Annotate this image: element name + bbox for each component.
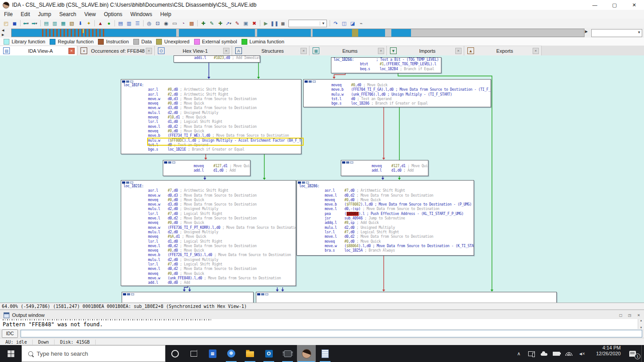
undefine-button[interactable]: ✎ — [233, 19, 242, 27]
tab-hex-view-1[interactable]: OHex View-1✕ — [155, 46, 232, 55]
taskbar-search[interactable]: Type here to search — [21, 345, 165, 362]
taskbar-app-notepad[interactable] — [316, 345, 335, 362]
idc-button[interactable]: IDC — [2, 329, 18, 338]
cancel-button[interactable]: ✖ — [250, 19, 258, 27]
script-snippet-button[interactable]: ⌁ — [357, 19, 365, 27]
tab-occurrences-of-ffe848[interactable]: ◖Occurrences of: FFE848✕ — [77, 46, 155, 55]
lumina-button[interactable]: ● — [105, 19, 113, 27]
graph-node-loc_1B21E[interactable]: loc_1B21E:asr.l#7,d0 ; Arithmetic Shift … — [121, 180, 296, 286]
menu-file[interactable]: File — [0, 10, 17, 18]
graph-node-block-ti-f-ga[interactable]: moveq#0,d0 ; Move Quickmove.b(FFE704_TI_… — [303, 79, 491, 107]
watch-add-button[interactable]: ◪ — [348, 19, 357, 27]
taskbar-app-calculator[interactable]: ▦ — [203, 345, 222, 362]
menu-view[interactable]: View — [80, 10, 100, 18]
graph-node-loc_1B266[interactable]: loc_1B266:; Test a Bit - (TOG_TEMP_LEVEL… — [331, 57, 441, 73]
taskbar-app-task-view[interactable] — [184, 345, 203, 362]
func-create-button[interactable]: ✚ — [199, 19, 208, 27]
graph-node-loc_1B286[interactable]: loc_1B286:asr.l#7,d0 ; Arithmetic Shift … — [297, 180, 474, 256]
output-scrollbar[interactable]: ▲▼ — [638, 319, 644, 329]
taskbar-app-cortana[interactable] — [165, 345, 184, 362]
minimize-button[interactable]: — — [585, 0, 605, 10]
tab-exports[interactable]: ▲Exports✕ — [464, 46, 542, 55]
idc-input[interactable] — [21, 330, 642, 337]
step-over-button[interactable]: ↷ — [331, 19, 340, 27]
tray-wifi[interactable] — [563, 345, 575, 362]
action-center-button[interactable]: 1 — [623, 345, 641, 362]
show-desktop-button[interactable] — [641, 345, 644, 362]
graph-node-partial-bottom-left[interactable] — [122, 292, 254, 303]
tab-close-icon[interactable]: ✕ — [146, 48, 152, 54]
save-button[interactable]: ◼ — [10, 19, 19, 27]
graph-node-partial-top[interactable]: addi.l#1023,d0 ; Add Immediate — [174, 55, 260, 63]
snapshot-button[interactable]: ▣ — [242, 19, 250, 27]
tray-tray-expand[interactable]: ∧ — [513, 345, 525, 362]
zoom-button[interactable]: ◎ — [145, 19, 153, 27]
print-button[interactable]: ▭ — [170, 19, 179, 27]
taskbar-app-eprom-chip[interactable] — [278, 345, 297, 362]
jump-down-button[interactable]: ⬇ — [76, 19, 85, 27]
mark-problem-button[interactable]: ▲ — [96, 19, 105, 27]
output-close-button[interactable]: ✕ — [635, 312, 642, 318]
binocular-search-button[interactable]: ◉ — [162, 19, 170, 27]
graph-node-clamp-right[interactable]: moveq#127,d1 ; Move Quickadd.ld1,d0 ; Ad… — [341, 160, 428, 176]
menu-edit[interactable]: Edit — [17, 10, 34, 18]
tab-close-icon[interactable]: ✕ — [301, 48, 307, 54]
tab-structures[interactable]: AStructures✕ — [232, 46, 309, 55]
graph-view[interactable]: addi.l#1023,d0 ; Add Immediateloc_1B266:… — [0, 55, 644, 303]
open-file-button[interactable]: ◰ — [2, 19, 10, 27]
taskbar-app-ida-pro[interactable] — [297, 345, 316, 362]
debug-run-button[interactable]: ▶ — [262, 19, 270, 27]
navband-combo[interactable]: ▼ — [591, 29, 642, 37]
start-button[interactable] — [0, 345, 21, 362]
debug-pause-button[interactable]: ❚❚ — [270, 19, 279, 27]
window-list-button[interactable]: ▤ — [116, 19, 125, 27]
menu-search[interactable]: Search — [55, 10, 80, 18]
navigate-forward-button[interactable]: ➡▼ — [30, 19, 39, 27]
taskbar-app-chromium[interactable] — [222, 345, 241, 362]
debug-stop-button[interactable]: ◼ — [279, 19, 287, 27]
tab-close-icon[interactable]: ✕ — [455, 48, 462, 54]
output-log[interactable]: Pattern "FFE848" was not found. ▲▼ — [0, 319, 644, 329]
menu-options[interactable]: Options — [100, 10, 126, 18]
func-edit-button[interactable]: ✎ — [208, 19, 216, 27]
tab-close-icon[interactable]: ✕ — [223, 48, 229, 54]
tray-battery[interactable] — [550, 345, 563, 362]
copy-struct-button[interactable]: ▦ — [59, 19, 68, 27]
maximize-button[interactable]: ▢ — [605, 0, 624, 10]
taskbar-clock[interactable]: 4:14 PM 12/26/2020 — [588, 345, 623, 362]
tab-imports[interactable]: ▼Imports✕ — [387, 46, 464, 55]
menu-jump[interactable]: Jump — [34, 10, 55, 18]
copy-bytes-button[interactable]: ▤ — [42, 19, 51, 27]
desktop-edit-button[interactable]: ◫ — [340, 19, 348, 27]
func-append-button[interactable]: ✚ — [216, 19, 225, 27]
output-restore-button[interactable]: ▢ — [617, 312, 624, 318]
tray-cast[interactable] — [525, 345, 538, 362]
navband-strip[interactable] — [11, 29, 585, 37]
close-button[interactable]: ✕ — [624, 0, 644, 10]
tab-close-icon[interactable]: ✕ — [68, 48, 75, 54]
graph-node-clamp-left[interactable]: moveq#127,d1 ; Move Quickadd.ld1,d0 ; Ad… — [163, 160, 250, 176]
jump-to-button[interactable]: ➚▼ — [225, 19, 233, 27]
navigate-back-button[interactable]: ⬅▼ — [22, 19, 30, 27]
paste-button[interactable]: ▧ — [68, 19, 76, 27]
palette-button[interactable]: ▩ — [187, 19, 196, 27]
chart-button[interactable]: ◔ — [179, 19, 187, 27]
debugger-combo[interactable]: ▼ — [288, 20, 327, 27]
tab-close-icon[interactable]: ✕ — [533, 48, 539, 54]
tray-onedrive[interactable] — [538, 345, 550, 362]
tray-volume-muted[interactable]: ◄× — [575, 345, 588, 362]
taskbar-app-outlook[interactable]: O — [259, 345, 278, 362]
navband-right-arrow[interactable]: ▶ — [585, 29, 588, 34]
graph-node-partial-bottom-right[interactable] — [256, 292, 557, 303]
menu-windows[interactable]: Windows — [127, 10, 157, 18]
menu-help[interactable]: Help — [156, 10, 175, 18]
copy-names-button[interactable]: ▥ — [51, 19, 59, 27]
scroll-up-icon[interactable]: ▲ — [640, 319, 643, 322]
tab-ida-view-a[interactable]: ▤IDA View-A✕ — [0, 46, 77, 55]
tab-close-icon[interactable]: ✕ — [378, 48, 384, 54]
output-popout-button[interactable]: ◳ — [626, 312, 633, 318]
window-people-button[interactable]: ☰ — [133, 19, 142, 27]
fit-window-button[interactable]: ⊡ — [153, 19, 162, 27]
navband-scroll-arrows[interactable]: ◀▶ — [2, 29, 7, 37]
taskbar-app-file-explorer[interactable] — [241, 345, 259, 362]
